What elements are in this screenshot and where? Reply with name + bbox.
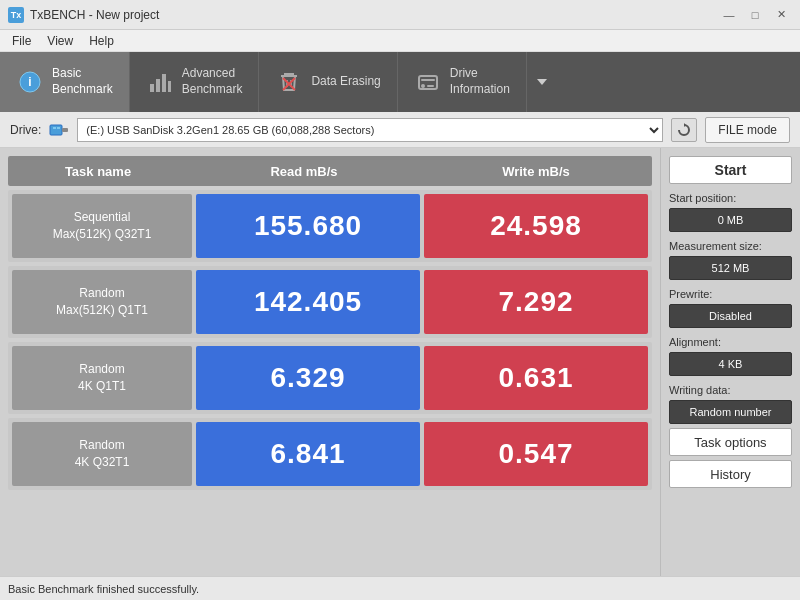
row-label-1: RandomMax(512K) Q1T1 (12, 270, 192, 334)
status-message: Basic Benchmark finished successfully. (8, 583, 199, 595)
writing-data-label: Writing data: (669, 384, 792, 396)
read-cell-1: 142.405 (196, 270, 420, 334)
measurement-size-label: Measurement size: (669, 240, 792, 252)
drive-selector[interactable]: (E:) USB SanDisk 3.2Gen1 28.65 GB (60,08… (77, 118, 663, 142)
svg-rect-8 (427, 85, 434, 87)
read-value-1: 142.405 (254, 286, 362, 318)
window-title: TxBENCH - New project (30, 8, 159, 22)
start-button[interactable]: Start (669, 156, 792, 184)
file-mode-button[interactable]: FILE mode (705, 117, 790, 143)
svg-rect-3 (156, 79, 160, 92)
minimize-button[interactable]: — (718, 4, 740, 26)
row-label-3: Random4K Q32T1 (12, 422, 192, 486)
status-bar: Basic Benchmark finished successfully. (0, 576, 800, 600)
data-erasing-icon (275, 68, 303, 96)
prewrite-value: Disabled (669, 304, 792, 328)
basic-benchmark-label: BasicBenchmark (52, 66, 113, 97)
svg-marker-15 (684, 123, 686, 127)
drive-label: Drive: (10, 123, 41, 137)
svg-rect-14 (57, 127, 60, 129)
write-value-2: 0.631 (498, 362, 573, 394)
write-value-3: 0.547 (498, 438, 573, 470)
app-icon: Tx (8, 7, 24, 23)
alignment-value: 4 KB (669, 352, 792, 376)
table-row: SequentialMax(512K) Q32T1 155.680 24.598 (8, 190, 652, 262)
menu-help[interactable]: Help (81, 32, 122, 50)
write-cell-3: 0.547 (424, 422, 648, 486)
svg-point-7 (421, 84, 425, 88)
start-position-label: Start position: (669, 192, 792, 204)
svg-marker-10 (537, 79, 547, 85)
start-position-value: 0 MB (669, 208, 792, 232)
main-content: Task name Read mB/s Write mB/s Sequentia… (0, 148, 800, 576)
drive-information-icon (414, 68, 442, 96)
menu-bar: File View Help (0, 30, 800, 52)
right-panel: Start Start position: 0 MB Measurement s… (660, 148, 800, 576)
svg-rect-2 (150, 84, 154, 92)
table-row: Random4K Q32T1 6.841 0.547 (8, 418, 652, 490)
title-controls: — □ ✕ (718, 4, 792, 26)
basic-benchmark-icon: i (16, 68, 44, 96)
read-value-0: 155.680 (254, 210, 362, 242)
advanced-benchmark-icon (146, 68, 174, 96)
svg-rect-5 (168, 81, 171, 92)
write-value-0: 24.598 (490, 210, 582, 242)
header-read: Read mB/s (188, 164, 420, 179)
toolbar-dropdown-button[interactable] (527, 52, 557, 112)
usb-drive-icon (49, 121, 69, 139)
prewrite-label: Prewrite: (669, 288, 792, 300)
results-area: Task name Read mB/s Write mB/s Sequentia… (0, 148, 660, 576)
drive-bar: Drive: (E:) USB SanDisk 3.2Gen1 28.65 GB… (0, 112, 800, 148)
toolbar: i BasicBenchmark AdvancedBenchmark Data … (0, 52, 800, 112)
read-cell-3: 6.841 (196, 422, 420, 486)
writing-data-value: Random number (669, 400, 792, 424)
advanced-benchmark-label: AdvancedBenchmark (182, 66, 243, 97)
tab-data-erasing[interactable]: Data Erasing (259, 52, 397, 112)
write-value-1: 7.292 (498, 286, 573, 318)
svg-rect-13 (53, 127, 56, 129)
svg-rect-11 (50, 125, 62, 135)
table-row: Random4K Q1T1 6.329 0.631 (8, 342, 652, 414)
task-options-button[interactable]: Task options (669, 428, 792, 456)
data-erasing-label: Data Erasing (311, 74, 380, 90)
row-label-0: SequentialMax(512K) Q32T1 (12, 194, 192, 258)
write-cell-0: 24.598 (424, 194, 648, 258)
svg-rect-9 (421, 79, 435, 81)
refresh-icon (677, 123, 691, 137)
tab-drive-information[interactable]: DriveInformation (398, 52, 527, 112)
row-label-2: Random4K Q1T1 (12, 346, 192, 410)
header-write: Write mB/s (420, 164, 652, 179)
tab-basic-benchmark[interactable]: i BasicBenchmark (0, 52, 130, 112)
read-value-3: 6.841 (270, 438, 345, 470)
results-table: Task name Read mB/s Write mB/s Sequentia… (8, 156, 652, 568)
title-bar-left: Tx TxBENCH - New project (8, 7, 159, 23)
svg-text:i: i (28, 75, 31, 89)
read-value-2: 6.329 (270, 362, 345, 394)
measurement-size-value: 512 MB (669, 256, 792, 280)
write-cell-2: 0.631 (424, 346, 648, 410)
table-row: RandomMax(512K) Q1T1 142.405 7.292 (8, 266, 652, 338)
menu-file[interactable]: File (4, 32, 39, 50)
menu-view[interactable]: View (39, 32, 81, 50)
drive-refresh-button[interactable] (671, 118, 697, 142)
svg-rect-4 (162, 74, 166, 92)
maximize-button[interactable]: □ (744, 4, 766, 26)
alignment-label: Alignment: (669, 336, 792, 348)
drive-information-label: DriveInformation (450, 66, 510, 97)
title-bar: Tx TxBENCH - New project — □ ✕ (0, 0, 800, 30)
history-button[interactable]: History (669, 460, 792, 488)
write-cell-1: 7.292 (424, 270, 648, 334)
header-task-name: Task name (8, 164, 188, 179)
table-header: Task name Read mB/s Write mB/s (8, 156, 652, 186)
tab-advanced-benchmark[interactable]: AdvancedBenchmark (130, 52, 260, 112)
close-button[interactable]: ✕ (770, 4, 792, 26)
read-cell-0: 155.680 (196, 194, 420, 258)
read-cell-2: 6.329 (196, 346, 420, 410)
svg-rect-12 (62, 128, 68, 132)
